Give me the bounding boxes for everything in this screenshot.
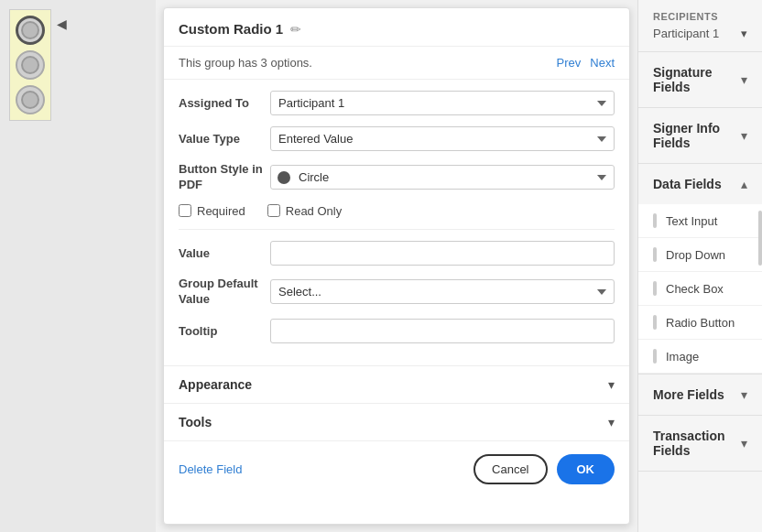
- tooltip-label: Tooltip: [179, 324, 270, 338]
- required-label: Required: [197, 204, 245, 218]
- radio-item-1[interactable]: [16, 16, 45, 45]
- value-input[interactable]: 0: [270, 241, 615, 266]
- drag-handle-icon: [653, 315, 657, 330]
- read-only-checkbox[interactable]: [267, 204, 280, 217]
- signature-fields-chevron-icon: ▾: [741, 72, 747, 87]
- signer-info-header[interactable]: Signer Info Fields ▾: [638, 108, 762, 163]
- button-style-select[interactable]: Circle: [270, 165, 615, 190]
- tooltip-input[interactable]: [270, 319, 615, 343]
- recipients-title: RECIPIENTS: [653, 11, 718, 22]
- modal-title: Custom Radio 1: [179, 21, 283, 37]
- value-label: Value: [179, 246, 270, 260]
- appearance-chevron-icon: ▾: [608, 377, 615, 392]
- more-fields-section: More Fields ▾: [638, 375, 762, 416]
- prev-link[interactable]: Prev: [557, 56, 582, 70]
- signer-info-chevron-icon: ▾: [741, 128, 747, 143]
- required-checkbox[interactable]: [179, 204, 191, 217]
- footer-buttons: Cancel OK: [474, 454, 615, 484]
- data-field-image-label: Image: [666, 350, 699, 364]
- tools-chevron-icon: ▾: [608, 415, 615, 429]
- more-fields-header[interactable]: More Fields ▾: [638, 375, 762, 415]
- signer-info-title: Signer Info Fields: [653, 121, 741, 150]
- group-default-select[interactable]: Select...: [270, 279, 615, 304]
- button-style-label: Button Style in PDF: [179, 162, 270, 193]
- drag-handle-icon: [653, 247, 657, 262]
- button-style-select-wrapper: Circle: [270, 165, 615, 190]
- group-default-row: Group Default Value Select...: [179, 277, 615, 308]
- transaction-fields-section: Transaction Fields ▾: [638, 416, 762, 472]
- data-field-check-box[interactable]: Check Box: [638, 272, 762, 306]
- radio-item-2[interactable]: [16, 50, 45, 80]
- modal-footer: Delete Field Cancel OK: [164, 440, 629, 497]
- data-fields-title: Data Fields: [653, 177, 722, 191]
- signer-info-section: Signer Info Fields ▾: [638, 108, 762, 164]
- data-field-radio-button[interactable]: Radio Button: [638, 306, 762, 340]
- assigned-to-label: Assigned To: [179, 96, 270, 110]
- value-type-select[interactable]: Entered Value: [270, 126, 615, 151]
- tools-section[interactable]: Tools ▾: [164, 403, 629, 440]
- more-fields-title: More Fields: [653, 387, 724, 402]
- signature-fields-section: Signature Fields ▾: [638, 52, 762, 108]
- button-style-row: Button Style in PDF Circle: [179, 162, 615, 193]
- signature-fields-header[interactable]: Signature Fields ▾: [638, 52, 762, 107]
- form-section: Assigned To Participant 1 Value Type Ent…: [164, 80, 629, 365]
- radio-item-3[interactable]: [16, 85, 45, 114]
- group-info: This group has 3 options.: [179, 56, 312, 70]
- data-field-check-box-label: Check Box: [666, 282, 724, 296]
- appearance-section[interactable]: Appearance ▾: [164, 365, 629, 403]
- selection-arrow: ◀: [57, 16, 71, 31]
- data-field-text-input-label: Text Input: [666, 214, 717, 228]
- checkbox-row: Required Read Only: [179, 204, 615, 218]
- cancel-button[interactable]: Cancel: [474, 454, 547, 484]
- data-fields-list: Text Input Drop Down Check Box Radio But…: [638, 204, 762, 374]
- drag-handle-icon: [653, 213, 657, 228]
- recipients-chevron-icon: ▾: [741, 27, 747, 40]
- recipients-participant: Participant 1: [653, 27, 719, 40]
- left-panel: ◀: [0, 0, 156, 532]
- transaction-fields-header[interactable]: Transaction Fields ▾: [638, 416, 762, 471]
- drag-handle-icon: [653, 349, 657, 364]
- data-fields-section: Data Fields ▴ Text Input Drop Down Check…: [638, 164, 762, 375]
- tooltip-row: Tooltip: [179, 319, 615, 343]
- data-field-image[interactable]: Image: [638, 340, 762, 374]
- recipients-value-row[interactable]: Participant 1 ▾: [638, 27, 762, 51]
- modal-panel: Custom Radio 1 ✏ This group has 3 option…: [163, 7, 630, 525]
- value-type-label: Value Type: [179, 132, 270, 146]
- next-link[interactable]: Next: [590, 56, 615, 70]
- ok-button[interactable]: OK: [557, 454, 615, 484]
- right-panel: RECIPIENTS Participant 1 ▾ Signature Fie…: [637, 0, 762, 532]
- more-fields-chevron-icon: ▾: [741, 387, 747, 402]
- value-row: Value 0: [179, 241, 615, 266]
- read-only-checkbox-label[interactable]: Read Only: [267, 204, 342, 218]
- nav-links: Prev Next: [557, 56, 615, 70]
- modal-header: Custom Radio 1 ✏: [164, 8, 629, 47]
- signature-fields-title: Signature Fields: [653, 65, 741, 94]
- data-field-radio-button-label: Radio Button: [666, 316, 735, 330]
- data-fields-chevron-icon: ▴: [741, 177, 747, 191]
- edit-icon[interactable]: ✏: [290, 22, 301, 37]
- recipients-section: RECIPIENTS Participant 1 ▾: [638, 0, 762, 52]
- scroll-indicator: [758, 211, 762, 266]
- data-field-drop-down[interactable]: Drop Down: [638, 238, 762, 272]
- assigned-to-select[interactable]: Participant 1: [270, 91, 615, 115]
- read-only-label: Read Only: [286, 204, 342, 218]
- required-checkbox-label[interactable]: Required: [179, 204, 245, 218]
- group-default-label: Group Default Value: [179, 277, 270, 308]
- transaction-fields-title: Transaction Fields: [653, 429, 741, 458]
- assigned-to-row: Assigned To Participant 1: [179, 91, 615, 115]
- value-type-row: Value Type Entered Value: [179, 126, 615, 151]
- transaction-fields-chevron-icon: ▾: [741, 436, 747, 451]
- data-fields-header[interactable]: Data Fields ▴: [638, 164, 762, 204]
- appearance-label: Appearance: [179, 377, 252, 392]
- modal-subheader: This group has 3 options. Prev Next: [164, 47, 629, 80]
- drag-handle-icon: [653, 281, 657, 296]
- radio-button-group: [9, 9, 51, 121]
- data-field-drop-down-label: Drop Down: [666, 248, 725, 262]
- delete-field-link[interactable]: Delete Field: [179, 462, 242, 476]
- data-field-text-input[interactable]: Text Input: [638, 204, 762, 238]
- tools-label: Tools: [179, 415, 212, 429]
- divider-1: [179, 229, 615, 230]
